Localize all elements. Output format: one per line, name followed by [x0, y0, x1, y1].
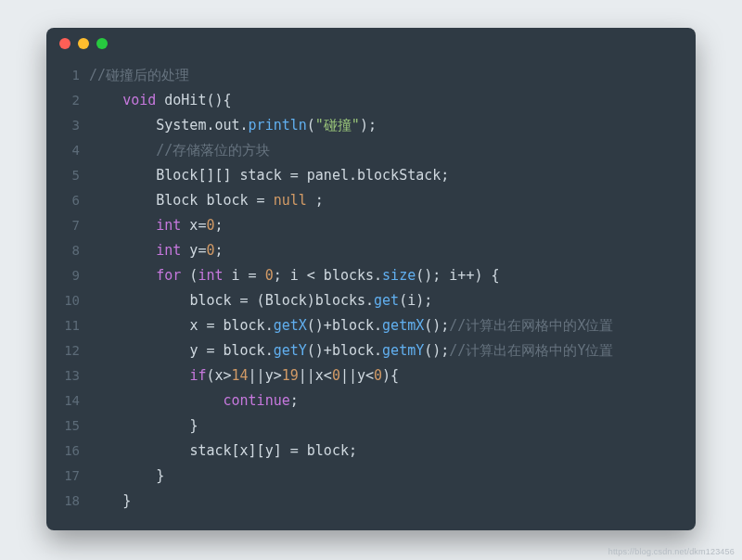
line-content: Block block = null ; [89, 188, 324, 213]
line-content: for (int i = 0; i < blocks.size(); i++) … [89, 263, 500, 288]
line-number: 3 [46, 113, 89, 138]
line-number: 10 [46, 288, 89, 313]
line-content: if(x>14||y>19||x<0||y<0){ [89, 363, 399, 388]
line-number: 13 [46, 363, 89, 388]
line-content: System.out.println("碰撞"); [89, 113, 377, 138]
watermark-text: https://blog.csdn.net/dkm123456 [608, 547, 735, 556]
line-number: 11 [46, 313, 89, 338]
line-content: } [89, 464, 164, 489]
line-content: continue; [89, 388, 299, 414]
line-number: 9 [46, 263, 89, 288]
line-number: 8 [46, 238, 89, 263]
line-number: 17 [46, 464, 89, 489]
code-block: 1//碰撞后的处理2 void doHit(){3 System.out.pri… [46, 59, 696, 514]
line-content: x = block.getX()+block.getmX();//计算出在网格中… [89, 313, 613, 338]
line-number: 7 [46, 213, 89, 238]
code-line: 4 //存储落位的方块 [46, 138, 696, 163]
line-number: 14 [46, 388, 89, 414]
code-line: 5 Block[][] stack = panel.blockStack; [46, 163, 696, 188]
code-line: 17 } [46, 464, 696, 489]
line-content: } [89, 489, 131, 514]
line-content: int x=0; [89, 213, 224, 238]
code-window: 1//碰撞后的处理2 void doHit(){3 System.out.pri… [46, 28, 696, 530]
window-titlebar [46, 28, 696, 59]
line-content: int y=0; [89, 238, 224, 263]
line-content: Block[][] stack = panel.blockStack; [89, 163, 449, 188]
code-line: 15 } [46, 414, 696, 439]
code-line: 14 continue; [46, 388, 696, 414]
line-content: void doHit(){ [89, 88, 232, 113]
code-line: 12 y = block.getY()+block.getmY();//计算出在… [46, 338, 696, 363]
line-number: 16 [46, 439, 89, 464]
line-number: 4 [46, 138, 89, 163]
line-content: //碰撞后的处理 [89, 63, 189, 88]
line-number: 15 [46, 414, 89, 439]
code-line: 7 int x=0; [46, 213, 696, 238]
line-number: 12 [46, 338, 89, 363]
code-line: 8 int y=0; [46, 238, 696, 263]
code-line: 13 if(x>14||y>19||x<0||y<0){ [46, 363, 696, 388]
code-line: 1//碰撞后的处理 [46, 63, 696, 88]
code-line: 6 Block block = null ; [46, 188, 696, 213]
line-number: 5 [46, 163, 89, 188]
code-line: 18 } [46, 489, 696, 514]
zoom-icon[interactable] [96, 38, 108, 49]
code-line: 2 void doHit(){ [46, 88, 696, 113]
line-content: //存储落位的方块 [89, 138, 270, 163]
code-line: 9 for (int i = 0; i < blocks.size(); i++… [46, 263, 696, 288]
code-line: 3 System.out.println("碰撞"); [46, 113, 696, 138]
code-line: 10 block = (Block)blocks.get(i); [46, 288, 696, 313]
line-number: 1 [46, 63, 89, 88]
code-line: 11 x = block.getX()+block.getmX();//计算出在… [46, 313, 696, 338]
code-line: 16 stack[x][y] = block; [46, 439, 696, 464]
line-number: 6 [46, 188, 89, 213]
line-content: y = block.getY()+block.getmY();//计算出在网格中… [89, 338, 613, 363]
line-number: 2 [46, 88, 89, 113]
line-content: stack[x][y] = block; [89, 439, 357, 464]
close-icon[interactable] [59, 38, 70, 49]
line-number: 18 [46, 489, 89, 514]
line-content: } [89, 414, 198, 439]
line-content: block = (Block)blocks.get(i); [89, 288, 432, 313]
minimize-icon[interactable] [78, 38, 89, 49]
